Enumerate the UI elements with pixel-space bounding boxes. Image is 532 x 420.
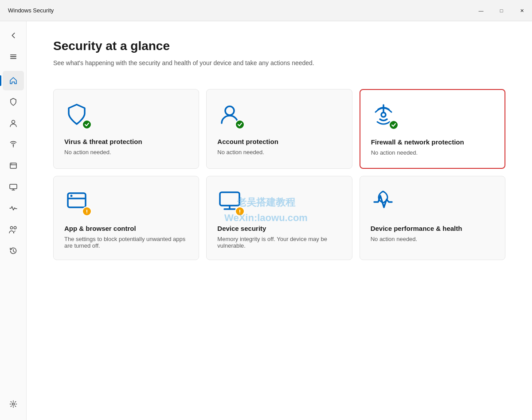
svg-point-8 [11, 163, 12, 164]
svg-point-3 [12, 121, 15, 124]
card-icon-area-health [371, 189, 395, 215]
firewall-status-badge [389, 120, 399, 130]
sidebar-item-back[interactable] [3, 26, 24, 45]
maximize-button[interactable]: □ [491, 0, 512, 21]
svg-rect-1 [10, 56, 16, 57]
checkmark-icon-3 [391, 122, 396, 128]
checkmark-icon [84, 122, 90, 127]
card-browser[interactable]: App & browser control The settings to bl… [53, 176, 199, 260]
browser-status-badge [82, 206, 92, 216]
checkmark-icon-2 [237, 122, 243, 127]
sidebar-item-family[interactable] [3, 220, 24, 239]
card-device-security[interactable]: Device security Memory integrity is off.… [206, 176, 352, 260]
virus-card-title: Virus & threat protection [64, 137, 188, 146]
device-security-card-subtitle: Memory integrity is off. Your device may… [217, 236, 341, 249]
warning-icon [84, 209, 90, 214]
svg-rect-22 [220, 192, 239, 206]
browser-card-subtitle: The settings to block potentially unwant… [64, 236, 188, 249]
virus-status-badge [82, 120, 92, 129]
svg-point-15 [225, 106, 234, 115]
minimize-button[interactable]: — [471, 0, 491, 21]
sidebar-item-shield[interactable] [3, 92, 24, 112]
person-nav-icon [9, 119, 18, 128]
sidebar-item-home[interactable] [3, 71, 24, 90]
sidebar-bottom [3, 393, 24, 415]
account-status-badge [235, 120, 245, 129]
app-container: Security at a glance See what's happenin… [0, 21, 532, 420]
sidebar-item-history[interactable] [3, 241, 24, 261]
health-card-subtitle: No action needed. [371, 236, 494, 242]
app-title: Windows Security [8, 7, 54, 14]
main-content: Security at a glance See what's happenin… [27, 21, 532, 420]
page-subtitle: See what's happening with the security a… [53, 58, 319, 68]
browser-card-title: App & browser control [64, 224, 188, 233]
sidebar-item-browser[interactable] [3, 156, 24, 175]
family-nav-icon [8, 225, 18, 234]
sidebar-item-menu[interactable] [3, 47, 24, 66]
monitor-nav-icon [9, 183, 18, 191]
card-icon-area-browser [64, 189, 89, 215]
health-nav-icon [9, 204, 18, 213]
card-virus[interactable]: Virus & threat protection No action need… [53, 89, 199, 169]
health-card-title: Device performance & health [371, 224, 494, 233]
svg-point-25 [239, 213, 240, 214]
hamburger-icon [9, 52, 18, 61]
security-cards-grid: Virus & threat protection No action need… [53, 89, 505, 260]
card-firewall[interactable]: Firewall & network protection No action … [360, 89, 505, 169]
history-nav-icon [9, 246, 18, 255]
back-icon [9, 31, 17, 39]
svg-point-21 [86, 213, 87, 214]
card-icon-area-account [217, 102, 242, 128]
network-nav-icon [9, 140, 18, 149]
browser-nav-icon [9, 161, 18, 170]
firewall-card-subtitle: No action needed. [371, 149, 494, 156]
svg-rect-0 [10, 54, 16, 55]
svg-point-14 [12, 403, 14, 405]
sidebar-item-device[interactable] [3, 177, 24, 197]
svg-rect-6 [10, 163, 16, 168]
card-icon-area-virus [64, 102, 89, 128]
svg-point-12 [10, 226, 13, 229]
svg-point-20 [70, 195, 73, 197]
titlebar: Windows Security — □ ✕ [0, 0, 532, 21]
sidebar [0, 21, 27, 420]
close-button[interactable]: ✕ [512, 0, 532, 21]
account-card-subtitle: No action needed. [217, 149, 341, 156]
health-card-icon [371, 189, 395, 214]
sidebar-item-settings[interactable] [3, 394, 24, 414]
page-title: Security at a glance [53, 39, 505, 53]
settings-nav-icon [9, 400, 18, 408]
virus-card-subtitle: No action needed. [64, 149, 188, 156]
card-account[interactable]: Account protection No action needed. [206, 89, 352, 169]
window-controls: — □ ✕ [471, 0, 532, 21]
warning-icon-2 [237, 209, 243, 214]
sidebar-item-account[interactable] [3, 113, 24, 133]
shield-nav-icon [9, 97, 18, 106]
card-icon-area-firewall [371, 102, 396, 129]
sidebar-item-health[interactable] [3, 198, 24, 218]
firewall-card-title: Firewall & network protection [371, 138, 494, 147]
card-icon-area-device-security [217, 189, 242, 215]
svg-rect-9 [10, 184, 17, 189]
sidebar-item-network[interactable] [3, 135, 24, 154]
device-security-card-title: Device security [217, 224, 341, 233]
device-security-status-badge [235, 206, 245, 216]
svg-rect-2 [10, 58, 16, 59]
svg-point-13 [14, 226, 16, 229]
home-icon [9, 76, 18, 85]
account-card-title: Account protection [217, 137, 341, 146]
card-health[interactable]: Device performance & health No action ne… [360, 176, 505, 260]
